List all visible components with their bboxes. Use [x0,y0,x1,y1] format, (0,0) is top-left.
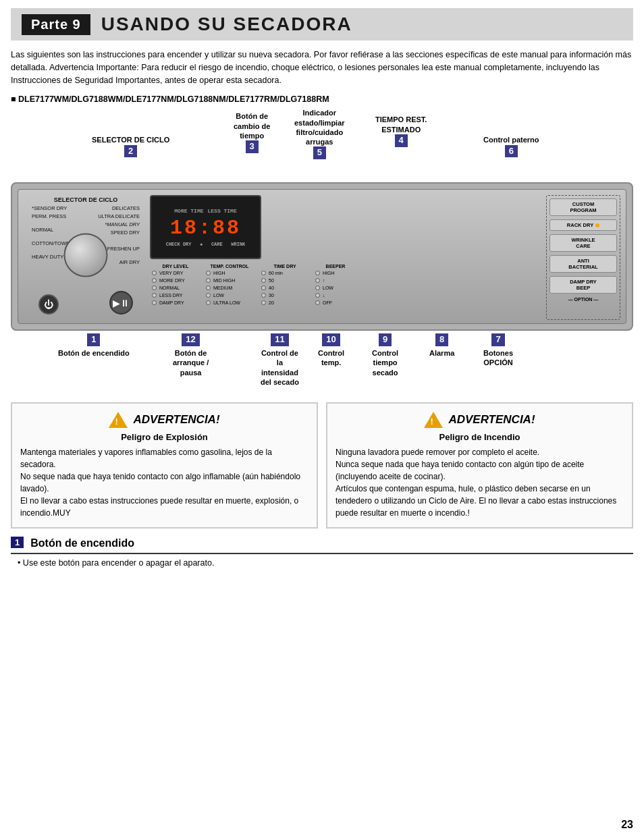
power-button-icon[interactable]: ⏻ [38,294,59,315]
rack-dry-btn[interactable]: RACK DRY [549,219,617,231]
dry-level-control: DRY LEVEL VERY DRY MORE DRY NORMAL LESS … [152,264,199,307]
warning-box-right: ADVERTENCIA! Peligro de Incendio Ninguna… [326,402,633,529]
warning-triangle-right [424,412,443,428]
dry-level-dot [152,278,157,283]
time-50: 50 [261,278,308,283]
time-40: 40 [261,286,308,290]
time-dot [261,271,266,275]
label-below-7: 7 Botones OPCIÓN [483,333,513,367]
labels-below: 1 Botón de encendido 12 Botón de arranqu… [38,333,633,394]
label-below-8: 8 Alarma [429,333,454,358]
more-time-label: MORE TIME [174,208,203,214]
beeper-low: LOW [315,286,356,290]
option-label: — OPTION — [549,297,617,302]
model-line: ■ DLE7177WM/DLG7188WM/DLE7177NM/DLG7188N… [11,94,633,104]
dryer-inner: SELECTOR DE CICLO *SENSOR DRY PERM. PRES… [18,189,626,324]
power-symbol: ⏻ [44,299,53,310]
dry-level-normal: NORMAL [152,286,199,290]
dry-level-dot [152,300,157,305]
time-30: 30 [261,293,308,298]
beeper-dot [315,300,320,305]
temp-ultra-low: ULTRA LOW [206,300,253,305]
temp-medium: MEDIUM [206,286,253,290]
time-dry-dots: 60 min 50 40 30 20 [261,271,308,305]
wrinkle-care-btn[interactable]: WRINKLECARE [549,234,617,252]
temp-dot [206,278,211,283]
label-below-9: 9 Control tiempo secado [372,333,398,377]
time-dot [261,293,266,298]
beeper-dots: HIGH ↑ LOW ↓ OFF [315,271,356,305]
warning-subtitle-left: Peligro de Explosión [20,432,308,442]
section1-description: • Use este botón para encender o apagar … [18,558,633,568]
temp-dot [206,286,211,290]
temp-control-dots: HIGH MID HIGH MEDIUM LOW ULTRA LOW [206,271,253,305]
less-time-label: LESS TIME [208,208,237,214]
dryer-panel: SELECTOR DE CICLO *SENSOR DRY PERM. PRES… [11,182,633,331]
options-panel: CUSTOMPROGRAM RACK DRY WRINKLECARE ANTIB… [546,195,620,320]
dry-level-very-dry: VERY DRY [152,271,199,275]
page-number: 23 [621,819,633,831]
temp-dot [206,271,211,275]
temp-control-label: TEMP. CONTROL [206,264,253,269]
dry-level-dots: VERY DRY MORE DRY NORMAL LESS DRY DAMP D… [152,271,199,305]
page-title: USANDO SU SECADORA [101,13,352,35]
time-dot [261,286,266,290]
label-below-11: 11 Control de la intensidad del secado [261,333,299,387]
knob-circle[interactable] [64,234,108,277]
page-header: Parte 9 USANDO SU SECADORA [11,8,633,40]
warning-title-right: ADVERTENCIA! [448,413,535,427]
beeper-dot [315,278,320,283]
label-control-paterno: Control paterno 6 [483,135,539,159]
warning-text-left: Mantenga materiales y vapores inflamable… [20,446,308,519]
temp-control: TEMP. CONTROL HIGH MID HIGH MEDIUM LOW U… [206,264,253,307]
dry-level-dot [152,271,157,275]
temp-high: HIGH [206,271,253,275]
play-symbol: ▶⏸ [113,298,130,308]
time-dry-control: TIME DRY 60 min 50 40 30 20 [261,264,308,307]
custom-program-btn[interactable]: CUSTOMPROGRAM [549,198,617,216]
intro-paragraph: Las siguientes son las instrucciones par… [11,49,633,86]
dry-level-dot [152,293,157,298]
warning-text-right: Ninguna lavadora puede remover por compl… [336,446,624,519]
diagram-section: SELECTOR DE CICLO 2 Botón de cambio de t… [11,108,633,394]
temp-mid-high: MID HIGH [206,278,253,283]
warning-subtitle-right: Peligro de Incendio [336,432,624,442]
beeper-down: ↓ [315,293,356,298]
warnings-row: ADVERTENCIA! Peligro de Explosión Manten… [11,402,633,529]
warning-header-left: ADVERTENCIA! [20,412,308,428]
cycle-selector-area: SELECTOR DE CICLO *SENSOR DRY PERM. PRES… [32,196,140,321]
beeper-dot [315,271,320,275]
label-boton-cambio: Botón de cambio de tiempo 3 [234,111,270,155]
time-20: 20 [261,300,308,305]
label-below-12: 12 Botón de arranque / pausa [173,333,209,377]
start-pause-button-icon[interactable]: ▶⏸ [109,291,133,315]
beeper-dot [315,293,320,298]
warning-header-right: ADVERTENCIA! [336,412,624,428]
label-below-10: 10 Control temp. [318,333,344,367]
label-tiempo-rest: TIEMPO REST. ESTIMADO 4 [375,115,427,148]
beeper-label: BEEPER [315,264,356,269]
label-indicador: Indicador estado/limpiar filtro/cuidado … [294,108,345,161]
display-top-labels: MORE TIME LESS TIME [174,208,236,214]
time-dot [261,300,266,305]
dry-level-less-dry: LESS DRY [152,293,199,298]
beeper-dot [315,286,320,290]
temp-dot [206,300,211,305]
time-dry-label: TIME DRY [261,264,308,269]
beeper-up: ↑ [315,278,356,283]
section1-title: Botón de encendido [30,537,134,549]
label-below-1: 1 Botón de encendido [58,333,130,358]
section1-badge: 1 [11,537,24,548]
labels-above: SELECTOR DE CICLO 2 Botón de cambio de t… [38,108,633,182]
label-selector-ciclo: SELECTOR DE CICLO 2 [92,135,169,159]
display-panel: MORE TIME LESS TIME 18:88 CHECK DRY ● CA… [150,195,261,259]
beeper-high: HIGH [315,271,356,275]
cycle-selector-label: SELECTOR DE CICLO [32,196,140,203]
dry-level-more-dry: MORE DRY [152,278,199,283]
anti-bacterial-btn[interactable]: ANTIBACTERIAL [549,255,617,273]
time-dot [261,278,266,283]
time-60: 60 min [261,271,308,275]
damp-dry-beep-btn[interactable]: DAMP DRYBEEP [549,276,617,294]
dry-level-dot [152,286,157,290]
warning-box-left: ADVERTENCIA! Peligro de Explosión Manten… [11,402,318,529]
